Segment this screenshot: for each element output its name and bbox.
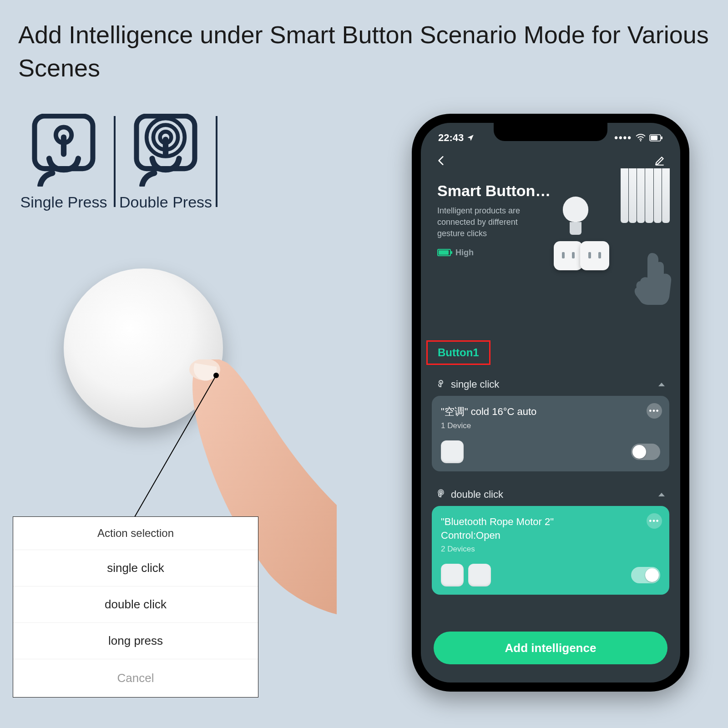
plugs-icon xyxy=(554,241,609,270)
collapse-icon[interactable] xyxy=(657,491,666,498)
cta-label: Add intelligence xyxy=(505,641,597,655)
double-press-block: Double Press xyxy=(116,114,216,211)
single-press-label: Single Press xyxy=(20,193,107,211)
svg-point-8 xyxy=(640,140,642,142)
back-button[interactable] xyxy=(435,155,447,167)
card-title: "Bluetooth Rope Motor 2" Control:Open xyxy=(441,515,614,542)
page-title: Add Intelligence under Smart Button Scen… xyxy=(18,18,728,85)
card-more-button[interactable]: ••• xyxy=(647,403,662,419)
action-selection-sheet: Action selection single click double cli… xyxy=(13,516,258,698)
action-option-single[interactable]: single click xyxy=(13,550,258,586)
collapse-icon[interactable] xyxy=(657,381,666,388)
curtain-icon xyxy=(620,168,670,223)
sheet-cancel-button[interactable]: Cancel xyxy=(13,659,258,697)
svg-rect-11 xyxy=(651,136,657,140)
automation-card[interactable]: "Bluetooth Rope Motor 2" Control:Open 2 … xyxy=(432,506,669,595)
section-label: single click xyxy=(451,379,499,390)
app-screen: 22:43 •••• Smart Button… Intelligent pro… xyxy=(421,123,680,682)
device-thumb-icon xyxy=(441,564,464,586)
card-toggle[interactable] xyxy=(631,444,660,460)
device-subtitle: Intelligent products are connected by di… xyxy=(437,205,546,240)
double-press-label: Double Press xyxy=(119,193,212,211)
section-double-click: double click "Bluetooth Rope Motor 2" Co… xyxy=(432,482,669,595)
tap-icon xyxy=(435,489,446,500)
pointing-hand-icon xyxy=(631,250,672,305)
double-press-icon xyxy=(131,114,200,187)
device-battery-label: High xyxy=(455,248,474,258)
cell-dots-icon: •••• xyxy=(614,132,632,144)
button-tab[interactable]: Button1 xyxy=(438,346,479,359)
single-press-block: Single Press xyxy=(14,114,114,211)
sheet-title: Action selection xyxy=(13,517,258,550)
edit-button[interactable] xyxy=(654,155,666,167)
separator xyxy=(216,116,217,207)
svg-rect-10 xyxy=(661,136,662,139)
battery-icon xyxy=(649,134,663,142)
location-arrow-icon xyxy=(466,134,475,142)
card-more-button[interactable]: ••• xyxy=(647,513,662,529)
wifi-icon xyxy=(636,134,646,142)
card-toggle[interactable] xyxy=(631,567,660,583)
tap-icon xyxy=(435,379,446,390)
status-time: 22:43 xyxy=(438,132,464,144)
single-press-icon xyxy=(30,114,98,187)
automation-card[interactable]: "空调" cold 16°C auto 1 Device ••• xyxy=(432,396,669,471)
card-subtitle: 1 Device xyxy=(441,421,660,430)
add-intelligence-button[interactable]: Add intelligence xyxy=(434,632,667,664)
section-label: double click xyxy=(451,489,503,500)
bulb-icon xyxy=(563,197,588,238)
device-thumb-icon xyxy=(468,564,491,586)
card-title: "空调" cold 16°C auto xyxy=(441,405,660,419)
button-tab-highlight: Button1 xyxy=(426,340,490,365)
phone-mockup: 22:43 •••• Smart Button… Intelligent pro… xyxy=(412,114,689,692)
device-battery-icon xyxy=(437,249,451,256)
card-subtitle: 2 Devices xyxy=(441,545,660,554)
action-option-long[interactable]: long press xyxy=(13,622,258,659)
action-option-double[interactable]: double click xyxy=(13,586,258,622)
section-single-click: single click "空调" cold 16°C auto 1 Devic… xyxy=(432,372,669,471)
phone-notch xyxy=(494,123,607,141)
press-modes-row: Single Press Double Press xyxy=(14,114,217,211)
callout-line xyxy=(125,371,239,530)
device-thumb-icon xyxy=(441,440,464,463)
hero-illustration xyxy=(549,173,667,291)
